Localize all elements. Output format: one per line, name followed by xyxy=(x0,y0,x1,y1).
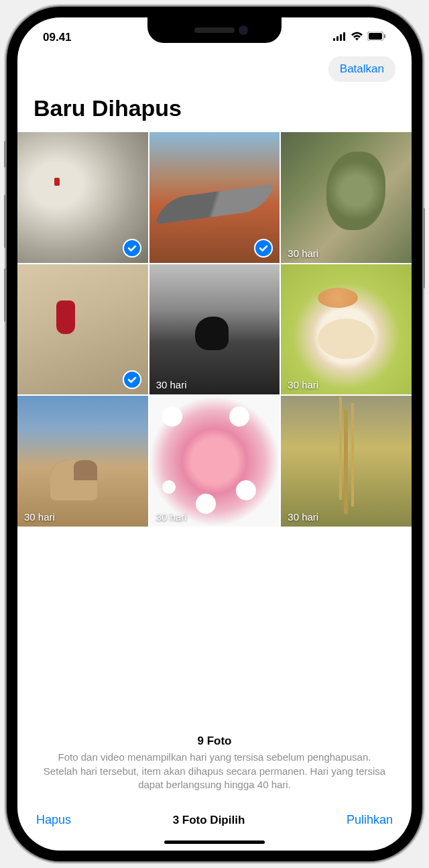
bottom-toolbar: Hapus 3 Foto Dipilih Pulihkan xyxy=(17,804,412,832)
photo-count-label: 9 Foto xyxy=(42,735,387,748)
notch xyxy=(147,17,282,43)
nav-bar: Batalkan xyxy=(17,51,412,86)
days-remaining-label: 30 hari xyxy=(288,379,318,390)
wifi-icon xyxy=(351,31,363,44)
days-remaining-label: 30 hari xyxy=(288,248,318,259)
page-title: Baru Dihapus xyxy=(17,86,412,132)
svg-rect-1 xyxy=(336,36,339,41)
selection-count-label: 3 Foto Dipilih xyxy=(173,814,245,827)
delete-button[interactable]: Hapus xyxy=(36,813,71,827)
days-remaining-label: 30 hari xyxy=(156,511,187,523)
svg-rect-6 xyxy=(384,34,385,38)
home-indicator[interactable] xyxy=(164,840,265,844)
phone-frame: 09.41 Batalkan Baru Dihapus xyxy=(7,7,422,861)
cellular-icon xyxy=(333,31,347,44)
selected-check-icon xyxy=(123,239,141,258)
days-remaining-label: 30 hari xyxy=(24,511,55,523)
info-description: Foto dan video menampilkan hari yang ter… xyxy=(42,751,387,792)
photo-thumbnail[interactable]: 30 hari xyxy=(281,396,412,527)
screen: 09.41 Batalkan Baru Dihapus xyxy=(17,17,412,851)
selected-check-icon xyxy=(123,370,141,389)
photo-thumbnail[interactable]: 30 hari xyxy=(281,132,412,263)
photo-grid: 30 hari 30 hari 30 hari 30 hari 30 hari … xyxy=(17,132,412,527)
selected-check-icon xyxy=(254,239,273,258)
svg-rect-0 xyxy=(333,38,335,41)
cancel-button[interactable]: Batalkan xyxy=(328,56,395,82)
photo-thumbnail[interactable] xyxy=(149,132,280,263)
svg-rect-5 xyxy=(369,33,382,40)
photo-thumbnail[interactable]: 30 hari xyxy=(149,264,280,395)
svg-rect-3 xyxy=(343,32,345,41)
days-remaining-label: 30 hari xyxy=(156,379,187,390)
info-section: 9 Foto Foto dan video menampilkan hari y… xyxy=(17,527,412,804)
photo-thumbnail[interactable] xyxy=(17,264,148,395)
photo-thumbnail[interactable]: 30 hari xyxy=(17,396,148,527)
photo-thumbnail[interactable] xyxy=(17,132,148,263)
days-remaining-label: 30 hari xyxy=(288,511,318,523)
photo-thumbnail[interactable]: 30 hari xyxy=(149,396,280,527)
svg-rect-2 xyxy=(340,34,342,41)
recover-button[interactable]: Pulihkan xyxy=(347,813,393,827)
photo-thumbnail[interactable]: 30 hari xyxy=(281,264,412,395)
battery-icon xyxy=(367,31,386,44)
status-time: 09.41 xyxy=(43,31,72,44)
